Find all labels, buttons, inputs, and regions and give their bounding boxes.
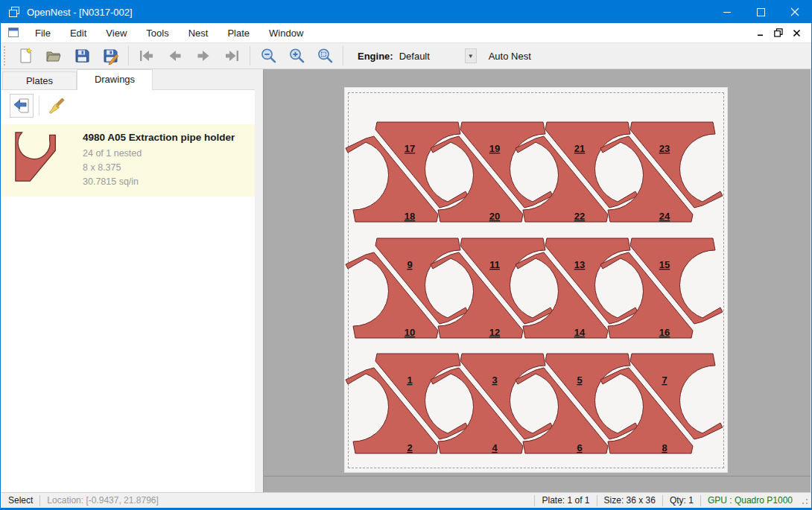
part-number-15: 15 xyxy=(659,259,670,270)
nested-parts-layer: 171819202122232491011121314151612345678 xyxy=(345,88,729,474)
tab-plates[interactable]: Plates xyxy=(2,71,77,89)
maximize-button[interactable] xyxy=(744,1,778,23)
status-segment-3: GPU : Quadro P1000 xyxy=(708,495,793,506)
tab-drawings[interactable]: Drawings xyxy=(77,69,153,90)
mdi-restore-button[interactable] xyxy=(770,25,787,41)
open-button[interactable] xyxy=(39,45,68,67)
part-number-24: 24 xyxy=(659,211,670,222)
app-window: OpenNest - [N0317-002] FileEditViewTools… xyxy=(0,0,812,510)
nav-next-button[interactable] xyxy=(189,45,218,67)
drawings-toolbar xyxy=(1,90,255,121)
app-icon xyxy=(8,6,20,18)
close-button[interactable] xyxy=(778,1,811,23)
new-icon xyxy=(16,47,34,65)
clean-button[interactable] xyxy=(45,94,69,118)
status-segment-1: Size: 36 x 36 xyxy=(604,495,656,506)
nesting-canvas[interactable]: 171819202122232491011121314151612345678 xyxy=(263,69,811,492)
part-number-13: 13 xyxy=(574,259,585,270)
drawing-item-nested: 24 of 1 nested xyxy=(83,147,235,161)
chevron-down-icon[interactable]: ▼ xyxy=(465,48,477,63)
part-number-5: 5 xyxy=(577,374,582,386)
engine-combo[interactable]: Default ▼ xyxy=(399,47,477,65)
drawings-panel: 4980 A05 Extraction pipe holder 24 of 1 … xyxy=(1,89,255,492)
nav-next-icon xyxy=(194,47,212,65)
minimize-icon xyxy=(723,8,732,16)
document-icon xyxy=(7,27,19,39)
nav-last-button[interactable] xyxy=(218,45,246,67)
toolbar-grip[interactable] xyxy=(3,46,7,66)
resize-grip[interactable] xyxy=(799,495,809,506)
part-number-2: 2 xyxy=(407,442,412,453)
panel-splitter[interactable] xyxy=(255,89,263,492)
mdi-close-button[interactable] xyxy=(787,25,805,41)
status-right-group: Plate: 1 of 1Size: 36 x 36Qty: 1GPU : Qu… xyxy=(527,495,811,506)
drawing-item-dims: 8 x 8.375 xyxy=(83,161,235,175)
menu-item-plate[interactable]: Plate xyxy=(218,24,259,42)
status-separator xyxy=(597,495,597,506)
menu-items: FileEditViewToolsNestPlateWindow xyxy=(25,24,313,42)
part-thumbnail xyxy=(10,130,66,184)
drawing-list-item[interactable]: 4980 A05 Extraction pipe holder 24 of 1 … xyxy=(1,124,255,197)
title-bar: OpenNest - [N0317-002] xyxy=(1,1,811,23)
part-number-11: 11 xyxy=(489,259,500,270)
plate[interactable]: 171819202122232491011121314151612345678 xyxy=(344,87,728,473)
menu-item-tools[interactable]: Tools xyxy=(136,24,178,42)
toolbar-separator xyxy=(39,96,39,115)
close-icon xyxy=(793,29,801,37)
open-icon xyxy=(45,47,63,65)
zoom-out-button[interactable] xyxy=(254,45,282,67)
part-number-3: 3 xyxy=(492,374,497,386)
new-button[interactable] xyxy=(11,45,39,67)
toolbar-buttons xyxy=(11,45,347,67)
drawing-item-area: 30.7815 sq/in xyxy=(83,175,235,189)
mdi-minimize-button[interactable] xyxy=(752,25,770,41)
back-button[interactable] xyxy=(10,94,34,118)
part-number-20: 20 xyxy=(489,211,500,222)
menu-item-file[interactable]: File xyxy=(25,24,60,42)
part-number-12: 12 xyxy=(489,327,500,338)
maximize-icon xyxy=(757,8,765,16)
tab-strip: Plates Drawings xyxy=(1,69,263,89)
mdi-window-controls xyxy=(752,25,811,41)
nav-prev-icon xyxy=(166,47,184,65)
drawing-item-title: 4980 A05 Extraction pipe holder xyxy=(83,132,235,143)
left-panel: Plates Drawings xyxy=(1,69,263,492)
broom-icon xyxy=(48,97,66,115)
zoom-fit-icon xyxy=(316,47,334,65)
minimize-button[interactable] xyxy=(711,1,744,23)
menu-bar: FileEditViewToolsNestPlateWindow xyxy=(1,23,811,43)
menu-item-nest[interactable]: Nest xyxy=(179,24,218,42)
nav-prev-button[interactable] xyxy=(161,45,189,67)
nav-first-icon xyxy=(138,47,156,65)
minimize-icon xyxy=(757,29,764,36)
save-as-icon xyxy=(101,47,119,65)
restore-icon xyxy=(774,28,783,37)
main-toolbar: Engine: Default ▼ Auto Nest xyxy=(1,43,811,69)
window-title: OpenNest - [N0317-002] xyxy=(27,7,711,18)
status-separator xyxy=(39,495,40,506)
menu-item-view[interactable]: View xyxy=(96,24,136,42)
zoom-in-icon xyxy=(288,47,305,65)
toolbar-separator xyxy=(128,46,129,66)
status-segment-2: Qty: 1 xyxy=(670,495,694,506)
part-number-19: 19 xyxy=(489,143,500,154)
status-separator xyxy=(700,495,701,506)
status-mode: Select xyxy=(1,495,33,506)
save-button[interactable] xyxy=(68,45,96,67)
part-number-4: 4 xyxy=(492,442,498,453)
part-number-8: 8 xyxy=(662,442,667,453)
part-number-18: 18 xyxy=(405,211,415,222)
menu-item-edit[interactable]: Edit xyxy=(60,24,96,42)
part-number-14: 14 xyxy=(574,327,586,338)
save-icon xyxy=(73,47,91,65)
status-separator xyxy=(662,495,663,506)
part-number-16: 16 xyxy=(659,327,670,338)
auto-nest-button[interactable]: Auto Nest xyxy=(489,51,531,62)
nav-first-button[interactable] xyxy=(133,45,161,67)
zoom-fit-button[interactable] xyxy=(311,45,339,67)
status-segment-0: Plate: 1 of 1 xyxy=(542,495,589,506)
menu-item-window[interactable]: Window xyxy=(259,24,313,42)
zoom-in-button[interactable] xyxy=(282,45,311,67)
part-number-10: 10 xyxy=(405,327,415,338)
save-as-button[interactable] xyxy=(96,45,124,67)
